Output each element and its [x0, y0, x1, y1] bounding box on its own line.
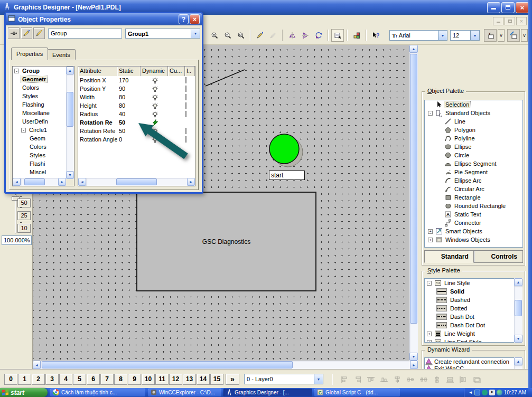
indirect-checkbox[interactable] — [185, 128, 186, 134]
scroll-left-icon[interactable]: ◄ — [78, 178, 86, 186]
scroll-right-icon[interactable]: ► — [58, 178, 66, 186]
expand-icon[interactable]: + — [428, 238, 433, 242]
chevron-down-icon[interactable]: ▼ — [470, 31, 479, 40]
layer-11-button[interactable]: 11 — [155, 374, 169, 385]
bulb-icon[interactable] — [141, 102, 168, 109]
pick-style-icon[interactable] — [21, 27, 32, 39]
dialog-help-button[interactable]: ? — [179, 14, 189, 24]
zoom-in-icon[interactable] — [208, 29, 221, 42]
wizard-item[interactable]: Create redundant connection — [425, 358, 515, 365]
library-icon[interactable] — [350, 29, 363, 42]
object-name-select[interactable]: Group1 ▼ — [125, 29, 200, 39]
column-header[interactable]: Static — [117, 67, 141, 76]
palette-item[interactable]: Line — [425, 117, 522, 126]
font-color-button[interactable]: T — [484, 29, 497, 42]
palette-item[interactable]: AStatic Text — [425, 210, 522, 219]
zoom-25-button[interactable]: 25 — [17, 211, 31, 220]
scroll-up-icon[interactable]: ▲ — [514, 278, 522, 286]
palette-item[interactable]: Polygon — [425, 126, 522, 134]
palette-item[interactable]: Rectangle — [425, 193, 522, 202]
layer-5-button[interactable]: 5 — [73, 374, 86, 385]
layer-4-button[interactable]: 4 — [59, 374, 72, 385]
chevron-down-icon[interactable]: ▼ — [314, 374, 323, 384]
mdi-close-button[interactable]: × — [516, 17, 527, 25]
start-button[interactable]: start — [0, 388, 48, 397]
tree-vertical-scrollbar[interactable]: ▲ ▼ — [66, 67, 74, 179]
column-header[interactable]: I.. — [185, 67, 195, 76]
indirect-checkbox[interactable] — [185, 102, 186, 109]
mirror-vertical-icon[interactable] — [299, 29, 312, 42]
style-palette-scrollbar[interactable]: ▲ ▼ — [514, 278, 522, 343]
pin-icon[interactable] — [8, 27, 20, 39]
tree-item[interactable]: -Group — [13, 67, 66, 75]
tray-tool-icon[interactable]: ➤ — [489, 390, 495, 395]
palette-item[interactable]: -Standard Objects — [425, 109, 522, 117]
close-button[interactable]: × — [516, 2, 529, 13]
expand-icon[interactable]: + — [427, 332, 432, 336]
style-item[interactable]: +Line End Style — [425, 338, 515, 343]
palette-item[interactable]: +Windows Objects — [425, 235, 522, 244]
collapse-icon[interactable]: - — [428, 111, 433, 116]
zoom-10-button[interactable]: 10 — [17, 224, 31, 233]
layer-6-button[interactable]: 6 — [87, 374, 100, 385]
layer-0-button[interactable]: 0 — [4, 374, 17, 385]
layer-select[interactable]: 0 - Layer0 ▼ — [244, 374, 323, 384]
collapse-icon[interactable]: - — [427, 281, 432, 286]
style-item[interactable]: +Line Weight — [425, 329, 515, 338]
attribute-row[interactable]: Height 80 — [78, 101, 195, 110]
taskbar-task[interactable]: Graphics Designer - [... — [223, 389, 312, 396]
align-left-icon[interactable] — [338, 374, 350, 385]
tab-properties[interactable]: Properties — [11, 48, 48, 60]
tree-item[interactable]: UserDefin — [13, 117, 66, 126]
tree-horizontal-scrollbar[interactable]: ◄ ► — [13, 178, 66, 186]
palette-item[interactable]: Circle — [425, 151, 522, 159]
bulb-icon[interactable] — [141, 136, 168, 143]
same-height-icon[interactable] — [457, 374, 469, 385]
column-header[interactable]: Cu... — [168, 67, 185, 76]
bulb-icon[interactable] — [141, 86, 168, 92]
attribute-row[interactable]: Width 80 — [78, 93, 195, 101]
mdi-minimize-button[interactable] — [493, 17, 503, 25]
layer-14-button[interactable]: 14 — [197, 374, 210, 385]
same-width-icon[interactable] — [444, 374, 456, 385]
context-help-icon[interactable]: ? — [369, 29, 382, 42]
apply-properties-icon[interactable] — [267, 29, 279, 42]
same-size-icon[interactable] — [470, 374, 482, 385]
scroll-up-icon[interactable]: ▲ — [409, 45, 418, 53]
tree-item[interactable]: Geometr — [13, 75, 66, 83]
attribute-row[interactable]: Rotation Angle 0 — [78, 135, 195, 144]
palette-item[interactable]: Selection — [425, 100, 522, 109]
dialog-close-button[interactable]: × — [190, 14, 200, 24]
tab-standard[interactable]: Standard — [424, 250, 474, 263]
collapse-icon[interactable]: - — [14, 69, 19, 73]
scroll-left-icon[interactable]: ◄ — [33, 361, 41, 369]
scroll-left-icon[interactable]: ◄ — [13, 178, 21, 186]
tree-item[interactable]: Geom — [13, 134, 66, 143]
table-horizontal-scrollbar[interactable]: ◄ ► — [78, 178, 195, 186]
chevron-down-icon[interactable]: ▼ — [191, 29, 200, 38]
maximize-button[interactable] — [501, 2, 515, 13]
layer-3-button[interactable]: 3 — [45, 374, 59, 385]
style-item[interactable]: Solid — [425, 287, 515, 296]
mdi-restore-button[interactable] — [505, 17, 515, 25]
indirect-checkbox[interactable] — [185, 136, 186, 143]
palette-item[interactable]: Polyline — [425, 134, 522, 143]
align-right-icon[interactable] — [351, 374, 363, 385]
align-bottom-icon[interactable] — [378, 374, 390, 385]
tree-item[interactable]: Miscellane — [13, 109, 66, 117]
space-horizontal-icon[interactable] — [417, 374, 430, 385]
scroll-up-icon[interactable]: ▲ — [514, 357, 522, 365]
gsc-diagnostics-button[interactable]: GSC Diagnostics — [136, 192, 316, 291]
scroll-down-icon[interactable]: ▼ — [514, 335, 522, 343]
minimize-button[interactable] — [487, 2, 500, 13]
tab-events[interactable]: Events — [47, 49, 76, 60]
style-item[interactable]: Dash Dot — [425, 313, 515, 321]
layer-7-button[interactable]: 7 — [100, 374, 114, 385]
tree-item[interactable]: Colors — [13, 83, 66, 92]
tray-network-icon[interactable] — [474, 390, 480, 395]
font-family-select[interactable]: Tr Arial ▼ — [389, 30, 447, 41]
canvas-horizontal-scrollbar[interactable]: ◄ ► — [33, 361, 418, 369]
indirect-checkbox[interactable] — [185, 111, 186, 117]
bulb-icon[interactable] — [141, 77, 168, 84]
palette-item[interactable]: Circular Arc — [425, 185, 522, 193]
